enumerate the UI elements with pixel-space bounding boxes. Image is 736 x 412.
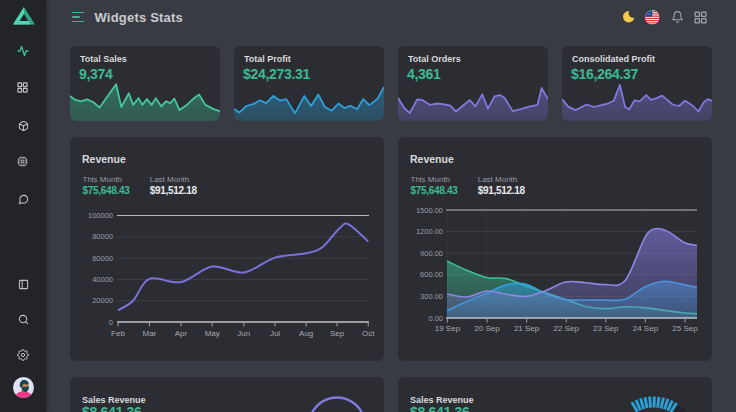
svg-text:100000: 100000 bbox=[88, 211, 113, 220]
svg-text:Mar: Mar bbox=[143, 329, 157, 338]
svg-text:Sep: Sep bbox=[330, 329, 345, 338]
svg-text:60000: 60000 bbox=[92, 254, 113, 263]
svg-text:Jul: Jul bbox=[270, 329, 280, 338]
svg-text:0.00: 0.00 bbox=[428, 314, 443, 323]
svg-text:24 Sep: 24 Sep bbox=[633, 324, 659, 333]
svg-text:40000: 40000 bbox=[92, 275, 113, 284]
svg-text:Apr: Apr bbox=[175, 329, 188, 338]
svg-text:300.00: 300.00 bbox=[420, 292, 443, 301]
svg-text:22 Sep: 22 Sep bbox=[554, 324, 580, 333]
svg-text:20 Sep: 20 Sep bbox=[474, 324, 500, 333]
svg-text:1200.00: 1200.00 bbox=[416, 227, 443, 236]
svg-text:Aug: Aug bbox=[299, 329, 313, 338]
svg-text:21 Sep: 21 Sep bbox=[514, 324, 540, 333]
svg-text:600.00: 600.00 bbox=[420, 270, 443, 279]
svg-text:900.00: 900.00 bbox=[420, 249, 443, 258]
svg-text:80000: 80000 bbox=[92, 232, 113, 241]
svg-text:Jun: Jun bbox=[237, 329, 250, 338]
svg-text:1500.00: 1500.00 bbox=[416, 206, 443, 215]
svg-text:Oct: Oct bbox=[362, 329, 375, 338]
svg-text:0: 0 bbox=[109, 318, 113, 327]
svg-text:19 Sep: 19 Sep bbox=[435, 324, 461, 333]
svg-text:Feb: Feb bbox=[111, 329, 125, 338]
svg-text:20000: 20000 bbox=[92, 296, 113, 305]
svg-text:23 Sep: 23 Sep bbox=[593, 324, 619, 333]
svg-text:25 Sep: 25 Sep bbox=[672, 324, 698, 333]
svg-text:May: May bbox=[205, 329, 220, 338]
